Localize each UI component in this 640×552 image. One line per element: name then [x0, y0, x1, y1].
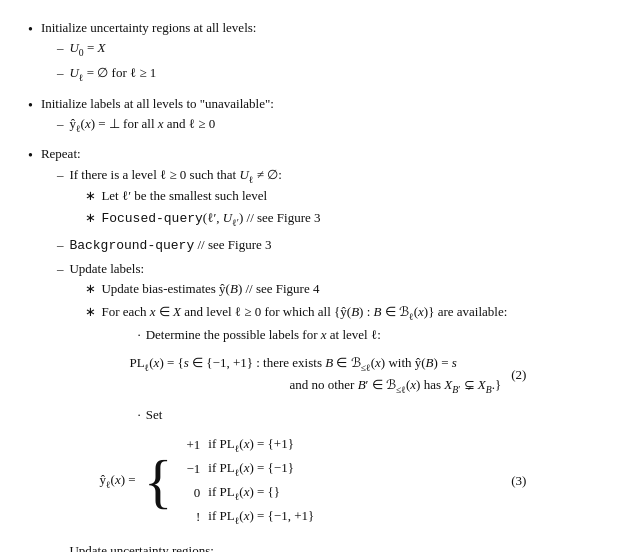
if-text: If there is a level ℓ ≥ 0 such that Uℓ ≠…	[69, 167, 281, 182]
ss-let: ∗ Let ℓ′ be the smallest such level	[85, 186, 320, 206]
update-uncertainty-text: Update uncertainty regions:	[69, 543, 213, 552]
bullet-dot-1: •	[28, 19, 33, 41]
bullet-dot-2: •	[28, 95, 33, 117]
dash: –	[57, 38, 64, 58]
main-list: • Initialize uncertainty regions at all …	[28, 18, 608, 552]
star: ∗	[85, 302, 96, 322]
u0-text: U0 = X	[69, 38, 105, 60]
bullet-dot-3: •	[28, 145, 33, 167]
star: ∗	[85, 279, 96, 299]
eq3-number: (3)	[511, 471, 526, 491]
sub-item-u0: – U0 = X	[57, 38, 257, 60]
bullet-3-sublist: – If there is a level ℓ ≥ 0 such that Uℓ…	[41, 165, 527, 552]
ul-text: Uℓ = ∅ for ℓ ≥ 1	[69, 63, 156, 85]
sub-item-ul: – Uℓ = ∅ for ℓ ≥ 1	[57, 63, 257, 85]
case-cond-4: if PLℓ(x) = {−1, +1}	[208, 505, 320, 529]
ss-bias: ∗ Update bias-estimates ŷ(B) // see Figu…	[85, 279, 526, 299]
update-labels-sublist: ∗ Update bias-estimates ŷ(B) // see Figu…	[69, 279, 526, 323]
determine-text: Determine the possible labels for x at l…	[146, 325, 381, 345]
case-row-2: −1 if PLℓ(x) = {−1}	[180, 457, 320, 481]
bg-text: Background-query // see Figure 3	[69, 235, 271, 256]
dash: –	[57, 541, 64, 552]
foreach-text: For each x ∈ X and level ℓ ≥ 0 for which…	[101, 302, 507, 324]
sss-set: · Set	[137, 405, 526, 425]
pl-equation-inner: PLℓ(x) = {s ∈ {−1, +1} : there exists B …	[129, 353, 501, 396]
case-val-2: −1	[180, 457, 208, 481]
dash: –	[57, 259, 64, 279]
determine-list: · Determine the possible labels for x at…	[119, 325, 526, 345]
hat-y-block: ŷℓ(x) = { +1 if PLℓ(x) = {+1} −1	[99, 433, 526, 530]
sss-determine: · Determine the possible labels for x at…	[137, 325, 526, 345]
pl-equation-block: PLℓ(x) = {s ∈ {−1, +1} : there exists B …	[129, 353, 526, 396]
bullet-2-sublist: – ŷℓ(x) = ⊥ for all x and ℓ ≥ 0	[41, 114, 274, 136]
case-val-1: +1	[180, 433, 208, 457]
case-cond-3: if PLℓ(x) = {}	[208, 481, 320, 505]
hat-y-lhs: ŷℓ(x) =	[99, 470, 135, 492]
cdot: ·	[137, 405, 140, 425]
pl-line1: PLℓ(x) = {s ∈ {−1, +1} : there exists B …	[129, 353, 501, 375]
cases-table: +1 if PLℓ(x) = {+1} −1 if PLℓ(x) = {−1}	[180, 433, 320, 530]
update-labels-text: Update labels:	[69, 261, 144, 276]
there-text: there	[263, 355, 289, 370]
case-cond-2: if PLℓ(x) = {−1}	[208, 457, 320, 481]
bullet-1: • Initialize uncertainty regions at all …	[28, 18, 608, 88]
set-list: · Set	[119, 405, 526, 425]
case-cond-1: if PLℓ(x) = {+1}	[208, 433, 320, 457]
bullet-2: • Initialize labels at all levels to "un…	[28, 94, 608, 139]
case-row-3: 0 if PLℓ(x) = {}	[180, 481, 320, 505]
eq2-number: (2)	[511, 365, 526, 385]
dash: –	[57, 114, 64, 134]
star: ∗	[85, 208, 96, 228]
ss-foreach: ∗ For each x ∈ X and level ℓ ≥ 0 for whi…	[85, 302, 526, 324]
bullet-2-text: Initialize labels at all levels to "unav…	[41, 96, 274, 111]
ss-focused: ∗ Focused-query(ℓ′, Uℓ′) // see Figure 3	[85, 208, 320, 230]
cdot: ·	[137, 325, 140, 345]
set-text: Set	[146, 405, 163, 425]
dash: –	[57, 165, 64, 185]
if-sublist: ∗ Let ℓ′ be the smallest such level ∗ Fo…	[69, 186, 320, 230]
case-row-4: ! if PLℓ(x) = {−1, +1}	[180, 505, 320, 529]
focused-text: Focused-query(ℓ′, Uℓ′) // see Figure 3	[101, 208, 320, 230]
focused-code: Focused-query	[101, 211, 202, 226]
dash: –	[57, 235, 64, 255]
star: ∗	[85, 186, 96, 206]
bullet-3: • Repeat: – If there is a level ℓ ≥ 0 su…	[28, 144, 608, 552]
case-row-1: +1 if PLℓ(x) = {+1}	[180, 433, 320, 457]
bullet-1-text: Initialize uncertainty regions at all le…	[41, 20, 257, 35]
let-text: Let ℓ′ be the smallest such level	[101, 186, 267, 206]
bias-text: Update bias-estimates ŷ(B) // see Figure…	[101, 279, 319, 299]
sub-item-update-uncertainty: – Update uncertainty regions: ∗ U0 = {x …	[57, 541, 527, 552]
case-val-3: 0	[180, 481, 208, 505]
sub-item-update-labels: – Update labels: ∗ Update bias-estimates…	[57, 259, 527, 537]
pl-line2: and no other B′ ∈ ℬ≤ℓ(x) has XB′ ⊊ XB.}	[289, 375, 501, 397]
sub-item-if: – If there is a level ℓ ≥ 0 such that Uℓ…	[57, 165, 527, 233]
bg-code: Background-query	[69, 238, 194, 253]
page-content: • Initialize uncertainty regions at all …	[28, 18, 608, 552]
big-brace: {	[144, 451, 173, 511]
sub-item-bg: – Background-query // see Figure 3	[57, 235, 527, 256]
bullet-1-sublist: – U0 = X – Uℓ = ∅ for ℓ ≥ 1	[41, 38, 257, 84]
case-val-4: !	[180, 505, 208, 529]
bullet-3-text: Repeat:	[41, 146, 81, 161]
dash: –	[57, 63, 64, 83]
hat-y-inner: ŷℓ(x) = { +1 if PLℓ(x) = {+1} −1	[99, 433, 320, 530]
haty-text: ŷℓ(x) = ⊥ for all x and ℓ ≥ 0	[69, 114, 215, 136]
sub-item-haty: – ŷℓ(x) = ⊥ for all x and ℓ ≥ 0	[57, 114, 274, 136]
